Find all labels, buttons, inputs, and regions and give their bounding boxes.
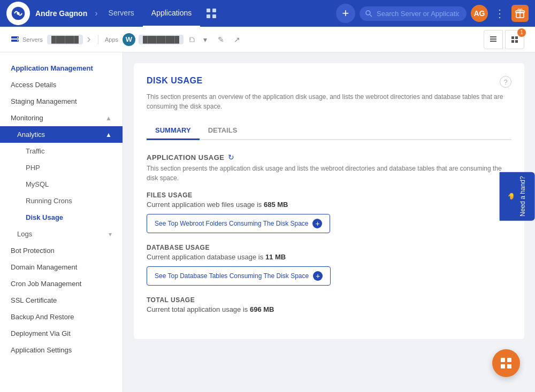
apps-label: Apps — [105, 36, 118, 43]
breadcrumb-bar: Servers ██████ Apps W ████████ ▾ ✎ ↗ — [0, 27, 535, 52]
svg-rect-4 — [207, 14, 210, 18]
chevron-down-icon-logs: ▾ — [109, 230, 112, 238]
topnav-right: + AG ⋮ — [336, 4, 529, 23]
files-view-button[interactable]: 1 — [505, 30, 524, 49]
tabs: SUMMARY DETAILS — [147, 122, 511, 140]
need-a-hand-panel[interactable]: ✋ Need a hand? — [500, 172, 535, 220]
svg-rect-17 — [490, 41, 496, 42]
wordpress-icon: W — [123, 33, 135, 46]
svg-line-7 — [370, 15, 372, 17]
server-name[interactable]: ██████ — [47, 35, 83, 44]
tab-summary[interactable]: SUMMARY — [147, 122, 200, 140]
main-layout: Application Management Access Details St… — [0, 52, 535, 392]
search-input[interactable] — [360, 6, 467, 21]
avatar[interactable]: AG — [471, 5, 488, 22]
sidebar-item-deployment[interactable]: Deployment Via Git — [0, 325, 123, 342]
svg-point-12 — [17, 37, 18, 38]
plus-circle-icon-db: + — [313, 271, 323, 281]
svg-rect-19 — [515, 36, 518, 39]
svg-rect-15 — [490, 36, 496, 37]
topnav: Andre Gagnon › Servers Applications + AG… — [0, 0, 535, 27]
svg-rect-3 — [212, 9, 216, 12]
disk-usage-title: DISK USAGE — [147, 76, 203, 86]
sidebar-item-cron-job[interactable]: Cron Job Management — [0, 275, 123, 292]
sidebar-item-running-crons[interactable]: Running Crons — [0, 193, 123, 209]
svg-rect-18 — [511, 36, 514, 39]
svg-rect-5 — [212, 14, 216, 18]
sidebar-item-bot-protection[interactable]: Bot Protection — [0, 242, 123, 259]
sidebar-item-domain-management[interactable]: Domain Management — [0, 259, 123, 275]
help-icon[interactable]: ? — [500, 76, 511, 88]
logo[interactable] — [6, 2, 30, 25]
svg-rect-16 — [490, 39, 496, 40]
app-usage-section: APPLICATION USAGE ↻ This section present… — [147, 153, 511, 313]
svg-rect-2 — [207, 9, 210, 12]
files-usage-label: FILES USAGE — [147, 191, 511, 199]
sidebar-item-staging-management[interactable]: Staging Management — [0, 93, 123, 110]
nav-applications[interactable]: Applications — [143, 0, 201, 27]
main-content: DISK USAGE ? This section presents an ov… — [123, 52, 535, 392]
sidebar-item-analytics[interactable]: Analytics ▲ — [0, 126, 123, 143]
svg-point-13 — [17, 40, 18, 41]
gift-icon[interactable] — [511, 5, 529, 22]
edit-icon[interactable]: ✎ — [215, 33, 227, 46]
svg-rect-25 — [507, 364, 511, 368]
svg-rect-22 — [501, 358, 505, 362]
chevron-down-icon[interactable]: ▾ — [198, 33, 211, 46]
svg-point-1 — [17, 12, 19, 14]
svg-rect-20 — [511, 40, 514, 43]
app-usage-title: APPLICATION USAGE — [147, 153, 225, 162]
chevron-up-icon: ▲ — [105, 114, 112, 122]
svg-rect-24 — [501, 364, 505, 368]
sidebar-item-traffic[interactable]: Traffic — [0, 143, 123, 159]
need-a-hand-label[interactable]: ✋ Need a hand? — [500, 172, 535, 220]
chevron-up-icon-analytics: ▲ — [105, 131, 112, 139]
disk-usage-header: DISK USAGE ? — [147, 76, 511, 88]
user-label: Andre Gagnon — [35, 9, 87, 18]
disk-usage-card: DISK USAGE ? This section presents an ov… — [134, 63, 524, 339]
external-link-icon[interactable]: ↗ — [231, 33, 243, 46]
nav-grid[interactable] — [202, 4, 220, 22]
plus-circle-icon: + — [312, 219, 322, 228]
app-name[interactable]: ████████ — [139, 35, 184, 44]
user-name[interactable]: Andre Gagnon — [35, 9, 87, 18]
add-button[interactable]: + — [336, 4, 355, 23]
svg-point-6 — [366, 11, 370, 15]
fab-button[interactable] — [492, 349, 520, 377]
breadcrumb-separator: › — [95, 9, 97, 18]
sidebar-item-app-settings[interactable]: Application Settings — [0, 342, 123, 358]
breadcrumb-servers: Servers ██████ — [11, 35, 98, 44]
app-usage-desc: This section presents the application di… — [147, 164, 511, 183]
sidebar-item-ssl[interactable]: SSL Certificate — [0, 292, 123, 309]
total-usage-value: Current total application usage is 696 M… — [147, 305, 511, 313]
breadcrumb-actions: ▾ ✎ ↗ — [189, 33, 243, 46]
webroot-folders-button[interactable]: See Top Webroot Folders Consuming The Di… — [147, 214, 330, 233]
sidebar: Application Management Access Details St… — [0, 52, 123, 392]
files-usage-value: Current application web files usage is 6… — [147, 201, 511, 209]
breadcrumb-right: 1 — [484, 30, 524, 49]
nav-links: Servers Applications — [100, 0, 221, 27]
refresh-icon[interactable]: ↻ — [228, 153, 234, 162]
app-usage-header: APPLICATION USAGE ↻ — [147, 153, 511, 162]
db-tables-button[interactable]: See Top Database Tables Consuming The Di… — [147, 266, 331, 286]
sidebar-section-title: Application Management — [0, 61, 123, 76]
file-count-badge: 1 — [517, 28, 526, 37]
sidebar-item-access-details[interactable]: Access Details — [0, 76, 123, 93]
list-view-button[interactable] — [484, 30, 503, 49]
db-usage-value: Current application database usage is 11… — [147, 253, 511, 261]
total-usage-label: TOTAL USAGE — [147, 296, 511, 304]
sidebar-item-monitoring[interactable]: Monitoring ▲ — [0, 110, 123, 126]
svg-rect-23 — [507, 358, 511, 362]
breadcrumb-apps: Apps W ████████ ▾ ✎ ↗ — [105, 33, 243, 46]
disk-usage-desc: This section presents an overview of the… — [147, 92, 511, 111]
sidebar-item-disk-usage[interactable]: Disk Usage — [0, 209, 123, 226]
nav-servers[interactable]: Servers — [100, 0, 143, 27]
sidebar-item-backup[interactable]: Backup And Restore — [0, 309, 123, 325]
sidebar-item-logs[interactable]: Logs ▾ — [0, 226, 123, 242]
more-options-button[interactable]: ⋮ — [492, 5, 507, 22]
sidebar-item-mysql[interactable]: MySQL — [0, 176, 123, 193]
svg-rect-21 — [515, 40, 518, 43]
servers-label: Servers — [22, 36, 43, 43]
sidebar-item-php[interactable]: PHP — [0, 159, 123, 176]
tab-details[interactable]: DETAILS — [200, 122, 246, 140]
